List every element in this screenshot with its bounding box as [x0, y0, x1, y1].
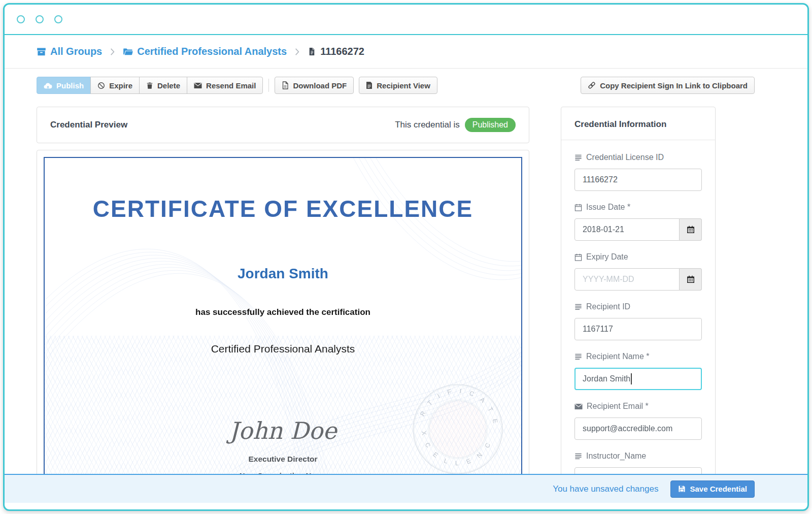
credential-preview-panel: Credential Preview This credential is Pu…: [37, 107, 529, 143]
breadcrumb-all-groups-label: All Groups: [50, 46, 102, 57]
chevron-right-icon: [110, 48, 115, 56]
certificate-achievement-text: has successfully achieved the certificat…: [45, 307, 521, 317]
status-prefix-label: This credential is: [395, 120, 460, 130]
issue-date-label: Issue Date *: [574, 202, 702, 212]
expiry-date-field: Expiry Date: [574, 252, 702, 291]
instructor-name-label: Instructor_Name: [574, 451, 702, 461]
list-icon: [574, 154, 582, 161]
file-icon: [308, 47, 316, 56]
certificate-course-name: Certified Professional Analysts: [45, 342, 521, 356]
credential-license-id-field: Credential License ID: [574, 152, 702, 191]
resend-email-button-label: Resend Email: [206, 81, 256, 90]
status-button-group: Publish Expire Delete Resend Email: [37, 77, 263, 94]
breadcrumb-group[interactable]: Certified Professional Analysts: [123, 46, 287, 57]
credential-toolbar: Publish Expire Delete Resend Email: [37, 76, 755, 94]
archive-icon: [37, 47, 46, 56]
delete-button[interactable]: Delete: [139, 77, 187, 94]
calendar-icon: [574, 253, 582, 261]
status-badge: Published: [465, 118, 516, 132]
breadcrumb: All Groups Certified Professional Analys…: [5, 35, 807, 69]
issue-date-field: Issue Date *: [574, 202, 702, 241]
calendar-icon: [687, 275, 695, 283]
toolbar-separator: [268, 79, 269, 92]
expiry-date-calendar-button[interactable]: [680, 268, 702, 291]
window-titlebar: [5, 5, 807, 35]
save-credential-button[interactable]: Save Credential: [670, 480, 755, 498]
recipient-id-input[interactable]: [574, 318, 702, 340]
calendar-icon: [574, 204, 582, 211]
credential-information-panel: Credential Information Credential Licens…: [561, 107, 716, 493]
link-icon: [588, 81, 596, 89]
app-window: All Groups Certified Professional Analys…: [3, 3, 809, 511]
publish-button-label: Publish: [56, 81, 84, 90]
recipient-email-field: Recipient Email *: [574, 401, 702, 440]
unsaved-changes-bar: You have unsaved changes Save Credential: [5, 474, 807, 503]
expire-button-label: Expire: [109, 81, 132, 90]
trash-icon: [146, 82, 153, 89]
copy-signin-link-button-label: Copy Recipient Sign In Link to Clipboard: [600, 81, 748, 90]
breadcrumb-credential-id-label: 11166272: [320, 46, 364, 57]
envelope-icon: [194, 82, 202, 89]
envelope-icon: [574, 403, 583, 410]
copy-signin-link-button[interactable]: Copy Recipient Sign In Link to Clipboard: [581, 77, 755, 94]
recipient-email-input[interactable]: [574, 417, 702, 440]
expire-button[interactable]: Expire: [90, 77, 140, 94]
ban-icon: [97, 82, 105, 89]
download-pdf-button-label: Download PDF: [293, 81, 347, 90]
expiry-date-input[interactable]: [574, 268, 680, 291]
unsaved-changes-label: You have unsaved changes: [553, 484, 658, 494]
recipient-view-button-label: Recipient View: [377, 81, 430, 90]
recipient-name-label: Recipient Name *: [574, 351, 702, 362]
issue-date-calendar-button[interactable]: [680, 218, 702, 241]
window-button-2: [36, 15, 44, 23]
window-button-1: [17, 15, 25, 23]
recipient-view-button[interactable]: Recipient View: [359, 77, 437, 94]
issue-date-input[interactable]: [574, 218, 680, 241]
certificate-title: CERTIFICATE OF EXCELLENCE: [45, 196, 521, 222]
delete-button-label: Delete: [157, 81, 180, 90]
calendar-icon: [687, 226, 695, 234]
certificate-preview: CERTIFICATE OF EXCELLENCE Jordan Smith h…: [44, 157, 522, 488]
credential-information-title: Credential Information: [574, 119, 666, 129]
resend-email-button[interactable]: Resend Email: [187, 77, 263, 94]
folder-icon: [123, 47, 133, 56]
list-icon: [574, 353, 582, 360]
window-button-3: [54, 15, 62, 23]
credential-preview-title: Credential Preview: [50, 120, 127, 130]
list-icon: [574, 453, 582, 460]
save-credential-button-label: Save Credential: [690, 485, 747, 493]
recipient-name-input[interactable]: Jordan Smith: [574, 368, 702, 390]
recipient-name-field: Recipient Name * Jordan Smith: [574, 351, 702, 390]
credential-license-id-label: Credential License ID: [574, 152, 702, 163]
credential-license-id-input[interactable]: [574, 169, 702, 191]
publish-button[interactable]: Publish: [37, 77, 91, 94]
cloud-upload-icon: [44, 82, 52, 89]
breadcrumb-group-label: Certified Professional Analysts: [137, 46, 287, 57]
pdf-file-icon: [282, 81, 289, 89]
save-icon: [678, 485, 686, 493]
certificate-recipient-name: Jordan Smith: [45, 266, 521, 282]
breadcrumb-credential-id: 11166272: [308, 46, 364, 57]
list-icon: [574, 303, 582, 310]
download-pdf-button[interactable]: Download PDF: [275, 77, 354, 94]
certificate-seal: C E R T I F I C A T E O F E X C E L L E …: [403, 375, 513, 484]
recipient-email-label: Recipient Email *: [574, 401, 702, 411]
expiry-date-label: Expiry Date: [574, 252, 702, 262]
recipient-id-label: Recipient ID: [574, 302, 702, 312]
certificate-card: CERTIFICATE OF EXCELLENCE Jordan Smith h…: [37, 150, 529, 495]
document-icon: [366, 81, 373, 89]
breadcrumb-all-groups[interactable]: All Groups: [37, 46, 102, 57]
text-cursor: [631, 373, 632, 384]
recipient-id-field: Recipient ID: [574, 302, 702, 340]
chevron-right-icon: [295, 48, 299, 56]
